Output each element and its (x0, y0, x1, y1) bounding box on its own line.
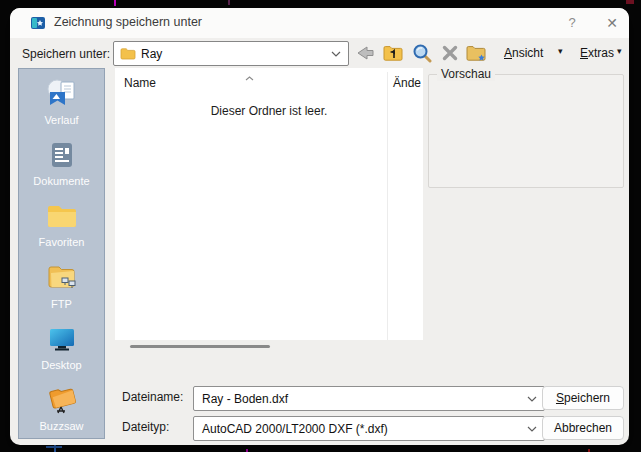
sidebar-item-label: FTP (51, 298, 72, 310)
close-button[interactable]: ✕ (598, 11, 626, 35)
file-list: Name Ände Dieser Ordner ist leer. (115, 68, 423, 340)
tools-menu-button[interactable]: Extras (580, 46, 614, 60)
file-list-header: Name Ände (115, 68, 423, 94)
sidebar-item-verlauf[interactable]: Verlauf (19, 77, 104, 126)
background-artifact (54, 444, 56, 452)
scrollbar-thumb[interactable] (130, 345, 270, 348)
tools-dropdown-icon[interactable]: ▾ (617, 46, 622, 56)
sidebar-item-label: Dokumente (33, 175, 89, 187)
sidebar-item-ftp[interactable]: FTP (19, 261, 104, 310)
buzzsaw-icon (45, 383, 79, 417)
chevron-down-icon (527, 396, 537, 402)
delete-icon[interactable] (438, 42, 462, 64)
save-drawing-dialog: Zeichnung speichern unter ? ✕ Speichern … (10, 8, 629, 445)
new-folder-icon[interactable] (464, 42, 488, 64)
filetype-value: AutoCAD 2000/LT2000 DXF (*.dxf) (202, 422, 388, 436)
views-menu-label: Ansicht (504, 46, 543, 60)
cancel-button[interactable]: Abbrechen (542, 416, 624, 440)
sidebar-item-desktop[interactable]: Desktop (19, 322, 104, 371)
filetype-combobox[interactable]: AutoCAD 2000/LT2000 DXF (*.dxf) (193, 416, 545, 441)
filename-combobox[interactable]: Ray - Boden.dxf (193, 386, 545, 411)
views-dropdown-icon[interactable]: ▾ (558, 46, 563, 56)
sidebar-item-label: Favoriten (39, 236, 85, 248)
desktop-icon (45, 322, 79, 356)
location-value: Ray (141, 47, 162, 61)
background-artifact (114, 0, 116, 6)
folder-icon (120, 47, 136, 60)
views-menu-button[interactable]: Ansicht (504, 46, 543, 60)
sidebar-item-label: Buzzsaw (39, 420, 83, 432)
background-artifact (228, 0, 230, 5)
column-header-modified[interactable]: Ände (393, 76, 421, 90)
back-icon[interactable] (353, 42, 377, 64)
app-icon (30, 15, 46, 31)
help-button[interactable]: ? (558, 11, 586, 35)
sidebar-item-label: Verlauf (44, 114, 78, 126)
sidebar-item-favoriten[interactable]: Favoriten (19, 199, 104, 248)
sort-ascending-icon (245, 70, 254, 84)
cancel-button-label: Abbrechen (554, 421, 612, 435)
favorites-icon (45, 199, 79, 233)
save-button-label: Speichern (556, 391, 610, 405)
sidebar-item-buzzsaw[interactable]: Buzzsaw (19, 383, 104, 432)
sidebar-item-label: Desktop (41, 359, 81, 371)
horizontal-scrollbar[interactable] (115, 344, 423, 350)
preview-groupbox: Vorschau (428, 74, 624, 188)
screen: { "window": { "title": "Zeichnung speich… (0, 0, 641, 452)
preview-label: Vorschau (437, 67, 495, 81)
empty-folder-message: Dieser Ordner ist leer. (115, 104, 423, 118)
ftp-icon (45, 261, 79, 295)
up-one-level-icon[interactable] (381, 42, 405, 64)
save-in-label: Speichern unter: (22, 47, 110, 61)
column-header-name[interactable]: Name (124, 76, 156, 90)
search-icon[interactable] (410, 42, 434, 64)
chevron-down-icon (527, 426, 537, 432)
history-icon (45, 77, 79, 111)
save-button[interactable]: Speichern (542, 386, 624, 410)
filename-label: Dateiname: (122, 390, 183, 404)
documents-icon (45, 138, 79, 172)
location-combobox[interactable]: Ray (113, 41, 349, 66)
tools-menu-label: Extras (580, 46, 614, 60)
title-bar[interactable]: Zeichnung speichern unter ? ✕ (10, 8, 629, 38)
sidebar-item-dokumente[interactable]: Dokumente (19, 138, 104, 187)
dialog-title: Zeichnung speichern unter (54, 15, 202, 29)
places-sidebar: Verlauf Dokumente (18, 68, 105, 439)
filetype-label: Dateityp: (122, 420, 169, 434)
background-artifact (626, 0, 634, 4)
filename-value: Ray - Boden.dxf (202, 392, 288, 406)
chevron-down-icon (331, 51, 341, 57)
